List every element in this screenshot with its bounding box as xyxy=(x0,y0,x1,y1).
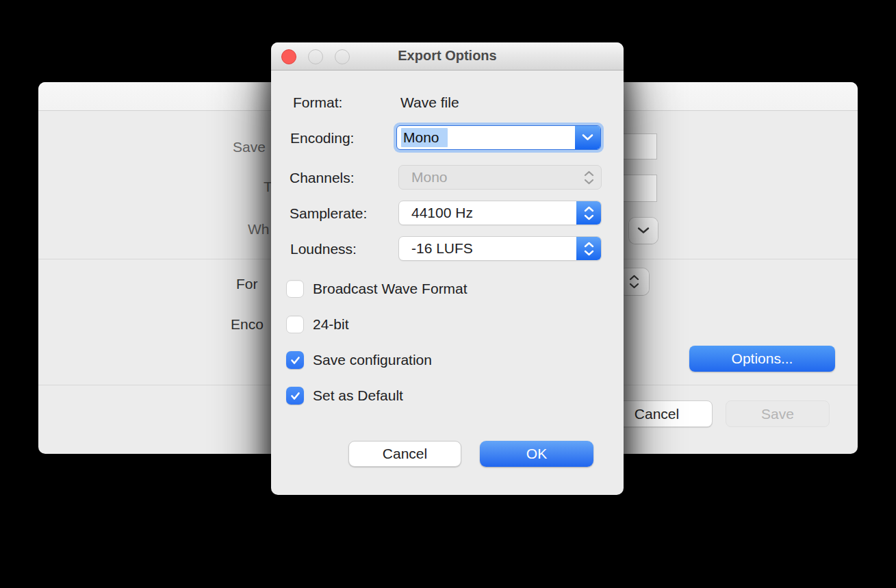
checkbox-broadcast-wave-format[interactable]: Broadcast Wave Format xyxy=(286,280,468,298)
loudness-value: -16 LUFS xyxy=(399,240,576,257)
encoding-selected-text: Mono xyxy=(401,128,448,147)
ok-button[interactable]: OK xyxy=(480,441,593,467)
format-value: Wave file xyxy=(400,94,459,111)
loudness-stepper[interactable] xyxy=(576,236,601,261)
checkbox-24-bit[interactable]: 24-bit xyxy=(286,316,349,333)
chevron-up-down-icon xyxy=(576,170,601,185)
channels-value: Mono xyxy=(399,169,576,186)
format-label: Format: xyxy=(293,94,342,111)
bg-label-wh: Wh xyxy=(248,221,270,238)
samplerate-select[interactable]: 44100 Hz xyxy=(398,201,602,225)
chevron-up-down-icon xyxy=(622,274,647,289)
checkbox-checked[interactable] xyxy=(286,387,304,405)
channels-label: Channels: xyxy=(290,170,355,186)
bg-label-enco: Enco xyxy=(231,316,264,333)
checkbox-label: Save configuration xyxy=(313,352,432,368)
samplerate-value: 44100 Hz xyxy=(399,205,576,221)
checkmark-icon xyxy=(290,356,300,365)
checkbox-save-configuration[interactable]: Save configuration xyxy=(286,351,432,369)
checkbox-label: 24-bit xyxy=(313,316,349,333)
bg-label-save-as: Save xyxy=(233,139,266,155)
encoding-label: Encoding: xyxy=(290,130,354,146)
samplerate-stepper[interactable] xyxy=(576,201,601,225)
checkbox-unchecked[interactable] xyxy=(286,316,304,333)
desktop: { "front_dialog": { "title": "Export Opt… xyxy=(0,0,896,588)
loudness-select[interactable]: -16 LUFS xyxy=(398,236,602,261)
export-options-dialog: Export Options Format: Wave file Encodin… xyxy=(271,42,624,495)
checkbox-unchecked[interactable] xyxy=(286,280,304,298)
channels-select: Mono xyxy=(398,165,602,190)
encoding-input[interactable]: Mono xyxy=(397,126,575,149)
checkbox-label: Broadcast Wave Format xyxy=(313,281,468,297)
checkmark-icon xyxy=(290,392,300,400)
chevron-down-icon xyxy=(637,225,650,237)
checkbox-label: Set as Default xyxy=(313,387,403,404)
options-button[interactable]: Options... xyxy=(689,346,835,372)
chevron-up-icon xyxy=(584,242,594,248)
checkbox-set-as-default[interactable]: Set as Default xyxy=(286,387,403,405)
chevron-up-icon xyxy=(584,206,594,212)
samplerate-label: Samplerate: xyxy=(290,205,367,222)
chevron-down-icon xyxy=(584,250,594,256)
encoding-combobox[interactable]: Mono xyxy=(394,123,604,153)
chevron-down-icon xyxy=(582,131,593,144)
dialog-title: Export Options xyxy=(271,48,624,64)
checkbox-checked[interactable] xyxy=(286,351,304,369)
encoding-dropdown-button[interactable] xyxy=(575,126,600,149)
cancel-button[interactable]: Cancel xyxy=(348,441,461,467)
loudness-label: Loudness: xyxy=(290,241,357,257)
chevron-down-icon xyxy=(584,214,594,220)
bg-label-for: For xyxy=(236,276,258,292)
dialog-titlebar[interactable]: Export Options xyxy=(271,42,624,71)
bg-save-button-disabled: Save xyxy=(726,400,830,427)
bg-format-stepper[interactable] xyxy=(619,268,649,295)
bg-folder-dropdown-button[interactable] xyxy=(629,218,658,244)
